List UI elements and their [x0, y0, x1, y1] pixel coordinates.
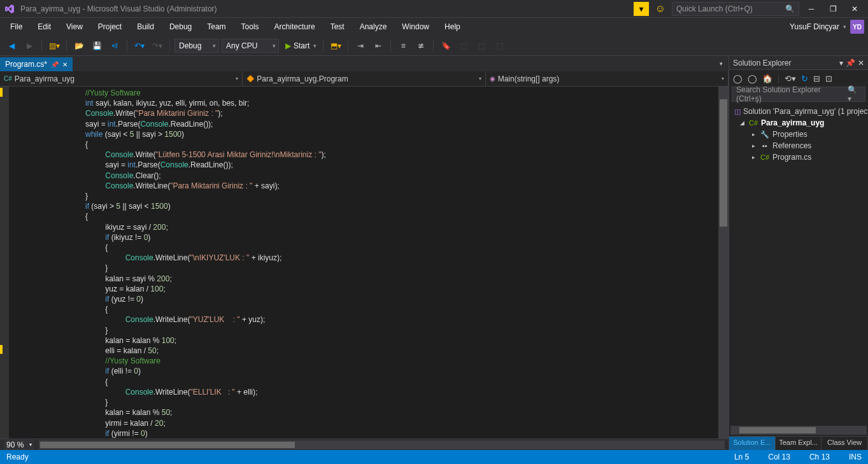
forward-icon[interactable]: ◯	[748, 74, 757, 83]
solution-search-input[interactable]: Search Solution Explorer (Ctrl+ş) 🔍▾	[732, 87, 865, 102]
pin-icon[interactable]: 📌	[51, 61, 59, 68]
tb-disabled-2: ⬚	[474, 38, 489, 53]
menu-edit[interactable]: Edit	[31, 20, 57, 34]
file-node-program[interactable]: ▸ C# Program.cs	[729, 151, 868, 163]
tab-class-view[interactable]: Class View	[822, 437, 868, 450]
status-bar: Ready Ln 5 Col 13 Ch 13 INS	[0, 450, 868, 464]
menu-build[interactable]: Build	[131, 20, 160, 34]
expand-icon[interactable]: ▸	[750, 143, 757, 149]
restore-button[interactable]: ❐	[823, 2, 843, 16]
scrollbar-thumb[interactable]	[720, 99, 727, 227]
solution-node[interactable]: ◫ Solution 'Para_ayirma_uyg' (1 project)	[729, 106, 868, 117]
status-column: Col 13	[768, 453, 790, 461]
horizontal-scrollbar[interactable]	[39, 440, 725, 449]
bookmark-button[interactable]: 🔖	[438, 38, 453, 53]
user-area[interactable]: YusuF Dinçyar ▾ YD	[790, 20, 864, 34]
panel-scroll-thumb[interactable]	[739, 427, 816, 433]
nav-method-dropdown[interactable]: ◉ Main(string[] args)	[486, 71, 729, 86]
sync-icon[interactable]: ⟲▾	[785, 74, 796, 83]
nav-back-button[interactable]: ◀	[4, 38, 19, 53]
home-icon[interactable]: 🏠	[762, 74, 772, 83]
code-editor[interactable]: //Yusty Software int sayi, kalan, ikiyuz…	[0, 87, 729, 439]
minimize-button[interactable]: ─	[802, 2, 821, 16]
play-icon: ▶	[285, 41, 291, 50]
window-position-icon[interactable]: ▾	[839, 59, 843, 67]
tab-dropdown-icon[interactable]: ▾	[713, 56, 729, 71]
expand-icon[interactable]: ▸	[750, 131, 757, 137]
tab-team-explorer[interactable]: Team Expl...	[776, 437, 822, 450]
collapse-icon[interactable]: ⊟	[813, 74, 820, 83]
editor-panel: Program.cs* 📌 ✕ ▾ C# Para_ayirma_uyg 🔶 P…	[0, 56, 729, 450]
references-node[interactable]: ▸ ▪▪ References	[729, 140, 868, 151]
tb-disabled-1: ⬚	[456, 38, 471, 53]
close-tab-icon[interactable]: ✕	[62, 61, 68, 68]
notifications-icon[interactable]: ▾	[634, 2, 649, 16]
step-button-1[interactable]: ⇥	[353, 38, 368, 53]
menu-help[interactable]: Help	[438, 20, 467, 34]
menu-debug[interactable]: Debug	[163, 20, 198, 34]
back-icon[interactable]: ◯	[733, 74, 743, 83]
menu-tools[interactable]: Tools	[235, 20, 266, 34]
nav-forward-button[interactable]: ▶	[22, 38, 37, 53]
redo-button[interactable]: ↷▾	[150, 38, 165, 53]
file-tab-program[interactable]: Program.cs* 📌 ✕	[0, 57, 73, 71]
menu-view[interactable]: View	[60, 20, 89, 34]
search-icon: 🔍▾	[848, 85, 861, 103]
panel-horizontal-scrollbar[interactable]	[730, 426, 867, 435]
solution-icon: ◫	[734, 108, 741, 116]
properties-node[interactable]: ▸ 🔧 Properties	[729, 129, 868, 140]
save-button[interactable]: 💾	[89, 38, 104, 53]
nav-class-dropdown[interactable]: 🔶 Para_ayirma_uyg.Program	[243, 71, 485, 86]
panel-toolbar: ◯ ◯ 🏠 | ⟲▾ ↻ ⊟ ⊡	[729, 70, 868, 87]
margin-indicator	[0, 87, 9, 439]
pin-icon[interactable]: 📌	[846, 59, 855, 67]
step-button-2[interactable]: ⇤	[371, 38, 386, 53]
new-project-button[interactable]: ▧▾	[46, 38, 62, 53]
menu-test[interactable]: Test	[324, 20, 351, 34]
tab-solution-explorer[interactable]: Solution E...	[729, 437, 776, 450]
refresh-icon[interactable]: ↻	[801, 74, 808, 83]
project-node[interactable]: ◢ C# Para_ayirma_uyg	[729, 117, 868, 129]
uncomment-button[interactable]: ≢	[413, 38, 429, 53]
code-content[interactable]: //Yusty Software int sayi, kalan, ikiyuz…	[34, 87, 718, 439]
menu-project[interactable]: Project	[92, 20, 128, 34]
expand-icon[interactable]: ▸	[750, 154, 757, 160]
open-file-button[interactable]: 📂	[71, 38, 87, 53]
properties-icon[interactable]: ⊡	[825, 74, 832, 83]
menu-bar: FileEditViewProjectBuildDebugTeamToolsAr…	[0, 18, 868, 36]
references-icon: ▪▪	[760, 142, 770, 150]
nav-bar: C# Para_ayirma_uyg 🔶 Para_ayirma_uyg.Pro…	[0, 71, 729, 87]
close-panel-icon[interactable]: ✕	[858, 59, 864, 67]
comment-button[interactable]: ≡	[395, 38, 411, 53]
status-line: Ln 5	[734, 453, 749, 461]
collapse-icon[interactable]: ◢	[738, 120, 746, 126]
undo-button[interactable]: ↶▾	[132, 38, 147, 53]
quick-launch-placeholder: Quick Launch (Ctrl+Q)	[676, 4, 753, 13]
document-tabs: Program.cs* 📌 ✕ ▾	[0, 56, 729, 71]
scrollbar-thumb-h[interactable]	[40, 442, 295, 448]
window-title: Para_ayirma_uyg - Microsoft Visual Studi…	[20, 4, 634, 13]
quick-launch-input[interactable]: Quick Launch (Ctrl+Q) 🔍	[672, 2, 799, 16]
nav-project-dropdown[interactable]: C# Para_ayirma_uyg	[0, 71, 243, 86]
search-placeholder: Search Solution Explorer (Ctrl+ş)	[736, 85, 848, 103]
start-debug-button[interactable]: ▶ Start	[281, 39, 318, 53]
user-badge: YD	[850, 20, 864, 34]
menu-window[interactable]: Window	[395, 20, 436, 34]
close-button[interactable]: ✕	[845, 2, 864, 16]
tab-label: Program.cs*	[5, 60, 47, 69]
feedback-icon[interactable]: ☺	[655, 3, 665, 15]
method-icon: ◉	[490, 75, 495, 82]
status-char: Ch 13	[809, 453, 830, 461]
menu-architecture[interactable]: Architecture	[268, 20, 322, 34]
title-bar: Para_ayirma_uyg - Microsoft Visual Studi…	[0, 0, 868, 18]
save-all-button[interactable]: ⩤	[107, 38, 122, 53]
menu-file[interactable]: File	[4, 20, 29, 34]
search-icon: 🔍	[785, 4, 795, 13]
vertical-scrollbar[interactable]	[718, 87, 729, 439]
configuration-dropdown[interactable]: Debug	[174, 39, 219, 53]
platform-dropdown[interactable]: Any CPU	[222, 39, 279, 53]
browser-link-button[interactable]: ⬒▾	[328, 38, 343, 53]
zoom-dropdown[interactable]: 90 %	[4, 440, 34, 450]
menu-analyze[interactable]: Analyze	[353, 20, 394, 34]
menu-team[interactable]: Team	[201, 20, 232, 34]
